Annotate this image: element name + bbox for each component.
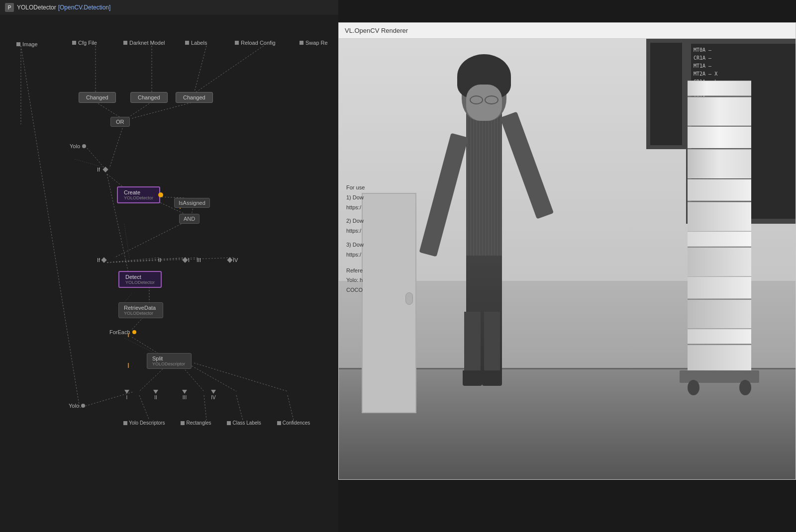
node-if-1[interactable]: If <box>97 167 107 173</box>
svg-line-32 <box>21 46 80 408</box>
node-and[interactable]: AND <box>179 214 199 224</box>
node-port-iv: IV <box>228 257 238 263</box>
label-labels: Labels <box>191 40 207 46</box>
node-create[interactable]: Create YOLODetector <box>117 186 160 203</box>
port-confidences <box>277 421 281 425</box>
renderer-text-overlay: For use 1) Dow https:/ 2) Dow https:/ 3)… <box>341 178 441 300</box>
paper-stack-container <box>680 65 759 373</box>
port-reloadconfig <box>235 41 239 45</box>
triangle-iv <box>211 390 216 394</box>
triangle-iii <box>182 390 187 394</box>
svg-line-25 <box>187 363 236 391</box>
node-isassigned[interactable]: IsAssigned <box>174 198 210 208</box>
node-foreach[interactable]: ForEach <box>109 329 136 335</box>
paper-group-10 <box>688 299 751 328</box>
port-out-ii: II <box>153 390 158 400</box>
app-icon: P <box>5 3 14 12</box>
svg-line-30 <box>288 395 294 420</box>
renderer-header: VL.OpenCV Renderer <box>339 23 796 39</box>
canvas[interactable]: Image Cfg File Darknet Model Labels Relo… <box>0 15 338 532</box>
app-subtitle: [OpenCV.Detection] <box>58 4 111 11</box>
svg-line-19 <box>107 258 235 263</box>
node-image[interactable]: Image <box>12 40 42 49</box>
port-rectangles <box>181 421 185 425</box>
glasses <box>470 95 498 104</box>
svg-line-5 <box>96 102 122 118</box>
svg-line-38 <box>124 293 132 302</box>
port-yolo-2 <box>81 404 85 408</box>
svg-line-22 <box>132 337 159 354</box>
node-graph[interactable]: P YOLODetector [OpenCV.Detection] <box>0 0 338 532</box>
label-image: Image <box>22 41 38 47</box>
node-changed-1[interactable]: Changed <box>79 92 116 103</box>
paper-group-6 <box>688 201 751 231</box>
person-figure <box>439 65 529 373</box>
svg-line-4 <box>194 46 264 93</box>
svg-line-37 <box>124 224 129 259</box>
node-changed-2[interactable]: Changed <box>130 92 168 103</box>
node-swapr[interactable]: Swap Re <box>299 40 328 46</box>
svg-line-39 <box>124 338 154 353</box>
paper-group-3 <box>688 126 751 148</box>
paper-group-2 <box>688 96 751 126</box>
leg-right <box>484 312 500 379</box>
svg-line-6 <box>127 102 152 118</box>
renderer-title: VL.OpenCV Renderer <box>345 27 408 34</box>
node-split[interactable]: Split YOLODescriptor <box>147 353 192 369</box>
port-if1-diamond <box>103 167 108 172</box>
head <box>462 65 506 121</box>
port-out-iv: IV <box>211 390 216 400</box>
output-classlabels: Class Labels <box>227 420 261 426</box>
wires-svg <box>0 15 338 532</box>
port-yolodesc <box>123 421 127 425</box>
shoe-right <box>482 370 502 386</box>
node-retrievedata[interactable]: RetrieveData YOLODetector <box>118 302 163 318</box>
paper-group-1 <box>688 81 751 96</box>
port-out-iii: III <box>182 390 187 400</box>
port-image <box>16 42 20 46</box>
svg-line-16 <box>107 258 160 263</box>
shoe-left <box>463 370 483 386</box>
svg-line-17 <box>107 258 187 263</box>
svg-line-10 <box>107 174 124 188</box>
label-darknetmodel: Darknet Model <box>129 40 165 46</box>
node-cfgfile[interactable]: Cfg File <box>72 40 97 46</box>
port-if2-diamond <box>101 257 106 263</box>
glass-right <box>485 95 498 104</box>
node-port-ii: II <box>158 257 161 263</box>
svg-line-26 <box>194 363 288 391</box>
node-changed-3[interactable]: Changed <box>176 92 213 103</box>
node-reloadconfig[interactable]: Reload Config <box>235 40 276 46</box>
top-bar: P YOLODetector [OpenCV.Detection] <box>0 0 338 15</box>
face <box>466 85 502 121</box>
node-labels[interactable]: Labels <box>185 40 207 46</box>
paper-group-7 <box>688 231 751 246</box>
node-or[interactable]: OR <box>110 117 130 127</box>
port-create-out <box>158 192 163 197</box>
port-labels <box>185 41 189 45</box>
svg-line-29 <box>236 395 243 420</box>
port-diamond-1 <box>182 257 188 263</box>
triangle-i <box>124 390 129 394</box>
paper-group-12 <box>688 344 751 373</box>
port-diamond-2 <box>227 257 232 263</box>
port-row-outputs: I II III IV <box>124 390 216 400</box>
port-cfgfile <box>72 41 76 45</box>
wheel-left <box>688 380 699 395</box>
svg-line-9 <box>87 148 104 168</box>
photo-background: MT0A —CR1A —MT1A —MT2A — XCR1A — bCP1A —… <box>339 39 796 479</box>
node-if-2[interactable]: If <box>97 257 106 263</box>
leg-left <box>464 312 480 379</box>
triangle-ii <box>153 390 158 394</box>
port-darknetmodel <box>123 41 127 45</box>
node-darknetmodel[interactable]: Darknet Model <box>123 40 165 46</box>
node-port-i-diamond: I <box>183 257 190 263</box>
svg-line-8 <box>109 125 123 168</box>
paper-group-5 <box>688 179 751 201</box>
label-cfgfile: Cfg File <box>78 40 97 46</box>
label-swapr: Swap Re <box>305 40 328 46</box>
svg-line-15 <box>114 221 187 258</box>
node-yolo-1: Yolo <box>70 143 86 149</box>
node-detect[interactable]: Detect YOLODetector <box>118 271 162 288</box>
port-foreach-yellow <box>132 330 136 334</box>
